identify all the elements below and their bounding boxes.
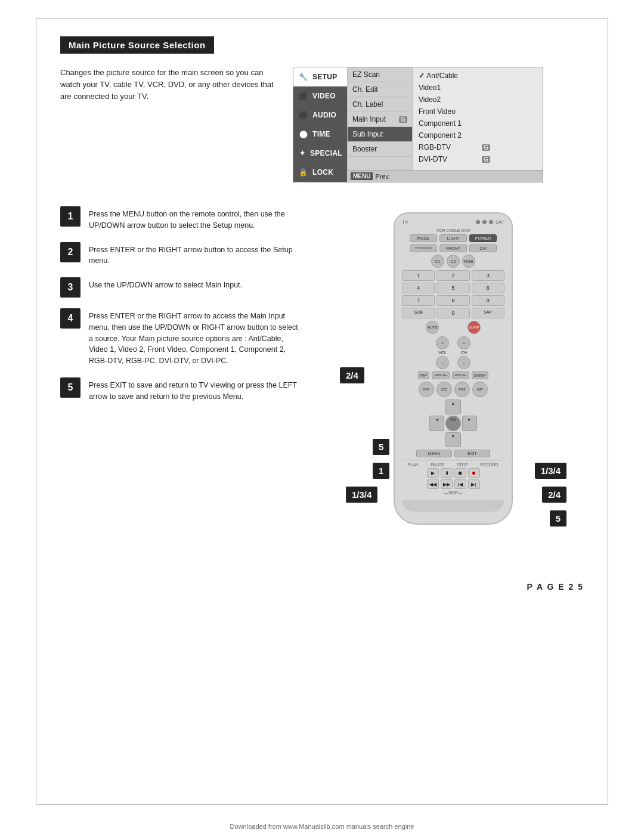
menu-col3-component2[interactable]: Component 2 — [413, 129, 496, 141]
sidebar-item-special[interactable]: ✦ SPECIAL — [293, 144, 347, 163]
dot-cable — [482, 220, 487, 224]
menu-col3-video1[interactable]: Video1 — [413, 82, 496, 94]
num-3[interactable]: 3 — [472, 270, 504, 281]
sidebar-item-time[interactable]: ⬤ TIME — [293, 125, 347, 144]
description-text: Changes the picture source for the main … — [60, 67, 281, 103]
tvvideo-btn[interactable]: TV/VIDEO — [410, 244, 437, 252]
sidebar-item-audio[interactable]: ⬛ AUDIO — [293, 106, 347, 125]
menu-col3-component1[interactable]: Component 1 — [413, 117, 496, 129]
num-8[interactable]: 8 — [436, 295, 469, 306]
menu-item-maininput[interactable]: Main Input G — [348, 112, 412, 127]
step-badge-2: 2 — [60, 242, 80, 262]
power-btn[interactable]: POWER — [469, 234, 497, 242]
play-btn[interactable]: ▶ — [427, 468, 439, 478]
num-9[interactable]: 9 — [472, 295, 504, 306]
sidebar-item-setup[interactable]: 🔧 SETUP — [293, 67, 347, 86]
page-title: Main Picture Source Selection — [60, 36, 214, 54]
menu-col3-rgbdtv[interactable]: RGB-DTV G — [413, 141, 496, 153]
dvi-btn[interactable]: DVI — [469, 244, 497, 252]
record-btn[interactable]: ⏺ — [468, 468, 480, 478]
comp2-btn[interactable]: C2 — [447, 255, 460, 268]
overlay-badge-5-center: 5 — [373, 439, 389, 455]
ch-label: CH — [457, 351, 470, 355]
fwd-btn[interactable]: ▶| — [468, 479, 480, 489]
ch-down-btn[interactable]: - — [457, 356, 470, 369]
menu-item-chlabel[interactable]: Ch. Label — [348, 97, 412, 112]
num-6[interactable]: 6 — [472, 283, 504, 293]
play-label: PLAY — [408, 463, 418, 467]
sidebar-item-lock[interactable]: 🔒 LOCK — [293, 163, 347, 182]
pip-input-btn[interactable]: INP — [472, 382, 488, 397]
num-0[interactable]: 0 — [436, 308, 469, 318]
skip-label: —SKIP— — [402, 491, 504, 495]
stop-label: STOP — [457, 463, 468, 467]
pip-btn[interactable]: PIP — [418, 371, 429, 379]
remote-illustration: 2/4 1/3/4 2/4 5 — [323, 206, 584, 564]
menu-item-subinput[interactable]: Sub Input — [348, 127, 412, 142]
ch-up-btn[interactable]: + — [457, 336, 470, 349]
step-row-2: 2 Press ENTER or the RIGHT arrow button … — [60, 242, 299, 267]
rew-btn[interactable]: ◀◀ — [427, 479, 439, 489]
nav-ok-btn[interactable]: OK — [445, 416, 460, 431]
number-grid: 1 2 3 4 5 6 7 8 9 SUB 0 SAP — [402, 270, 504, 318]
nav-left-btn[interactable]: ◄ — [429, 416, 444, 431]
menu-item-ezscan[interactable]: EZ Scan — [348, 67, 412, 82]
pipch-minus-btn[interactable]: PIPCH- — [452, 371, 469, 379]
pipch-plus-btn[interactable]: PIPCH+ — [432, 371, 450, 379]
front-btn[interactable]: FRONT — [439, 244, 467, 252]
num-sap[interactable]: SAP — [472, 308, 504, 318]
surf-btn[interactable]: SURF — [467, 321, 481, 334]
step-badge-1: 1 — [60, 206, 80, 227]
light-btn[interactable]: LIGHT — [439, 234, 467, 242]
volch-row: + VOL - + CH - — [402, 336, 504, 369]
menu-item-chedit[interactable]: Ch. Edit — [348, 82, 412, 97]
comp1-btn[interactable]: C1 — [431, 255, 444, 268]
remote-dots: SAT — [476, 219, 504, 225]
swap-btn[interactable]: SWAP — [472, 371, 488, 379]
menu-item-booster[interactable]: Booster — [348, 142, 412, 157]
menu-col3-video2[interactable]: Video2 — [413, 94, 496, 106]
num-5[interactable]: 5 — [436, 283, 469, 293]
menu-footer-text: Prev. — [375, 173, 390, 180]
nav-empty-br — [462, 432, 477, 447]
dot-dvd — [489, 220, 493, 224]
menu-col3-antcable[interactable]: Ant/Cable — [413, 70, 496, 82]
step-text-5: Press EXIT to save and return to TV view… — [89, 377, 299, 402]
record-label: RECORD — [480, 463, 498, 467]
exit-btn[interactable]: EXIT — [454, 450, 490, 457]
sidebar-item-video[interactable]: ⬛ VIDEO — [293, 86, 347, 106]
g-indicator-dvidtv: G — [482, 156, 490, 163]
ff-btn[interactable]: ▶▶ — [441, 479, 453, 489]
pause-label: PAUSE — [431, 463, 444, 467]
mute-btn[interactable]: MUTE — [426, 321, 439, 334]
nav-up-btn[interactable]: ▲ — [445, 400, 460, 414]
ratio-btn[interactable]: RAT — [419, 382, 434, 397]
num-4[interactable]: 4 — [402, 283, 435, 293]
num-1[interactable]: 1 — [402, 270, 435, 281]
back-btn[interactable]: |◀ — [454, 479, 466, 489]
num-sub[interactable]: SUB — [402, 308, 435, 318]
rgb-btn[interactable]: RGB — [462, 255, 475, 268]
nav-empty-tl — [429, 400, 444, 414]
playback-labels: PLAY PAUSE STOP RECORD — [402, 463, 504, 467]
menu-btn[interactable]: MENU — [416, 450, 452, 457]
freeze-btn[interactable]: FRZ — [454, 382, 470, 397]
tv-icon: ⬛ — [298, 91, 309, 101]
page-number: P A G E 2 5 — [60, 582, 584, 592]
pause-btn[interactable]: ⏸ — [441, 468, 453, 478]
nav-right-btn[interactable]: ► — [462, 416, 477, 431]
nav-down-btn[interactable]: ▼ — [445, 432, 460, 447]
stop-btn[interactable]: ⏹ — [454, 468, 466, 478]
vol-down-btn[interactable]: - — [436, 356, 449, 369]
vol-btns: + VOL - — [436, 336, 449, 369]
wrench-icon: 🔧 — [298, 72, 309, 82]
num-2[interactable]: 2 — [436, 270, 469, 281]
nav-empty-tr — [462, 400, 477, 414]
mode-btn[interactable]: MODE — [410, 234, 437, 242]
cc-btn[interactable]: CC — [436, 382, 452, 397]
num-7[interactable]: 7 — [402, 295, 435, 306]
g-indicator-rgbdtv: G — [482, 144, 490, 151]
menu-col3-dvidtv[interactable]: DVI-DTV G — [413, 153, 496, 165]
vol-up-btn[interactable]: + — [436, 336, 449, 349]
menu-col3-frontvideo[interactable]: Front Video — [413, 106, 496, 117]
